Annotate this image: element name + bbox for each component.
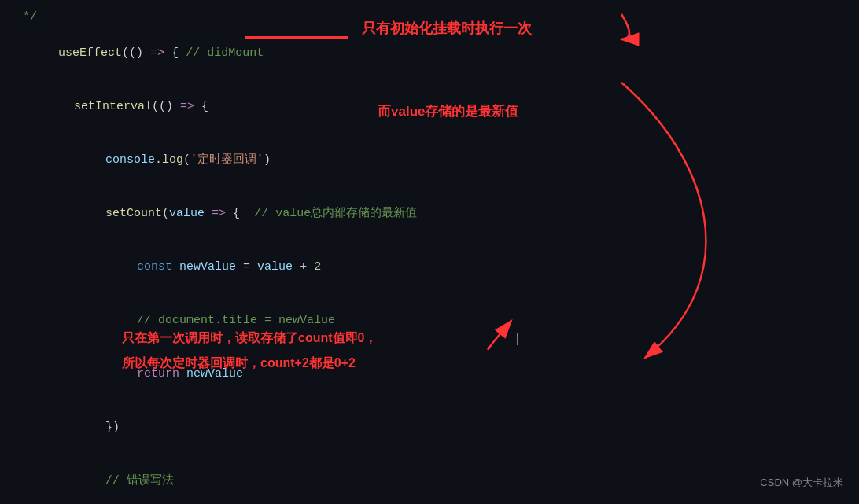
- code-line-10: // 错误写法: [0, 454, 859, 504]
- line-content-8: return newValue: [0, 348, 859, 400]
- line-content-2: useEffect(() => { // didMount: [0, 28, 859, 79]
- line-content-1: */: [0, 9, 859, 26]
- code-line-3: setInterval(() => {: [0, 80, 859, 134]
- code-line-9: }): [0, 401, 859, 454]
- line-content-3: setInterval(() => {: [0, 81, 859, 133]
- code-line-2: useEffect(() => { // didMount: [0, 27, 859, 80]
- csdn-badge: CSDN @大卡拉米: [760, 476, 843, 490]
- line-content-6: const newValue = value + 2: [0, 241, 859, 293]
- code-line-7: // document.title = newValue: [0, 294, 859, 348]
- line-content-5: setCount(value => { // value总内部存储的最新值: [0, 188, 859, 240]
- code-line-6: const newValue = value + 2: [0, 241, 859, 294]
- code-line-4: console.log('定时器回调'): [0, 134, 859, 187]
- code-line-5: setCount(value => { // value总内部存储的最新值: [0, 187, 859, 241]
- code-editor: */ useEffect(() => { // didMount setInte…: [0, 0, 859, 504]
- line-content-10: // 错误写法: [0, 455, 859, 504]
- line-content-9: }): [0, 402, 859, 454]
- code-line-8: return newValue: [0, 348, 859, 401]
- code-line-1: */: [0, 8, 859, 27]
- line-content-7: // document.title = newValue: [0, 295, 859, 347]
- line-content-4: console.log('定时器回调'): [0, 134, 859, 186]
